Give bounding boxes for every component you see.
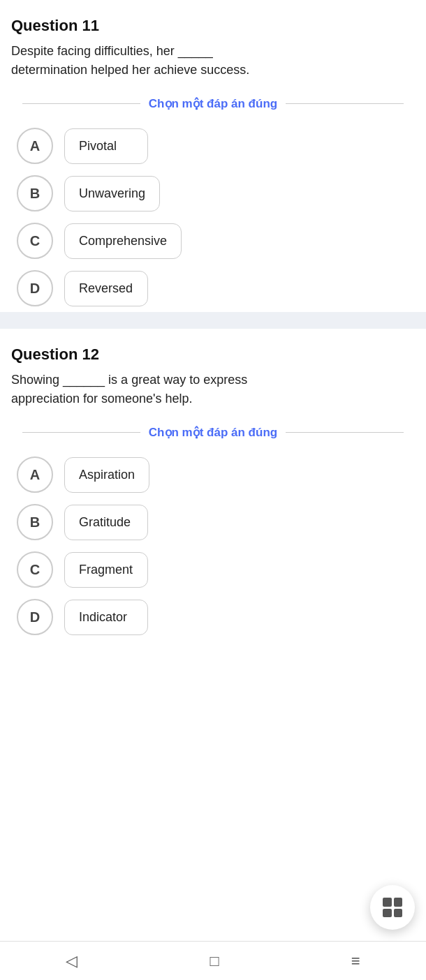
question-12-options: A Aspiration B Gratitude C Fragment D In… xyxy=(11,456,415,635)
option-11-a-label: Pivotal xyxy=(64,128,148,164)
option-11-d-label: Reversed xyxy=(64,271,148,306)
question-12-block: Question 12 Showing ______ is a great wa… xyxy=(0,329,426,641)
option-12-b[interactable]: B Gratitude xyxy=(17,504,409,540)
home-nav-button[interactable]: □ xyxy=(193,946,235,976)
option-12-d-circle: D xyxy=(17,599,53,635)
option-12-c-label: Fragment xyxy=(64,552,148,588)
question-12-title: Question 12 xyxy=(11,346,415,364)
question-12-choose-label: Chọn một đáp án đúng xyxy=(22,425,404,440)
option-11-a[interactable]: A Pivotal xyxy=(17,128,409,164)
question-11-options: A Pivotal B Unwavering C Comprehensive D… xyxy=(11,128,415,306)
option-12-b-label: Gratitude xyxy=(64,505,148,540)
bottom-spacer xyxy=(0,641,426,697)
fab-grid-button[interactable] xyxy=(370,885,415,930)
question-12-text: Showing ______ is a great way to express… xyxy=(11,371,415,408)
bottom-nav: ◁ □ ≡ xyxy=(0,941,426,980)
option-11-b-label: Unwavering xyxy=(64,176,160,211)
option-12-c-circle: C xyxy=(17,551,53,588)
question-11-text: Despite facing difficulties, her _____ d… xyxy=(11,42,415,80)
question-11-title: Question 11 xyxy=(11,17,415,35)
option-11-b[interactable]: B Unwavering xyxy=(17,175,409,211)
option-12-b-circle: B xyxy=(17,504,53,540)
option-11-a-circle: A xyxy=(17,128,53,164)
question-11-block: Question 11 Despite facing difficulties,… xyxy=(0,0,426,312)
option-12-d[interactable]: D Indicator xyxy=(17,599,409,635)
section-divider xyxy=(0,312,426,329)
option-11-d-circle: D xyxy=(17,270,53,306)
back-nav-button[interactable]: ◁ xyxy=(49,946,94,976)
grid-icon xyxy=(383,898,402,917)
option-11-b-circle: B xyxy=(17,175,53,211)
option-12-c[interactable]: C Fragment xyxy=(17,551,409,588)
menu-nav-button[interactable]: ≡ xyxy=(335,946,377,976)
option-12-a-circle: A xyxy=(17,456,53,493)
question-11-choose-label: Chọn một đáp án đúng xyxy=(22,96,404,111)
option-11-c-circle: C xyxy=(17,223,53,259)
option-12-a-label: Aspiration xyxy=(64,457,149,493)
option-11-c[interactable]: C Comprehensive xyxy=(17,223,409,259)
option-12-a[interactable]: A Aspiration xyxy=(17,456,409,493)
option-11-c-label: Comprehensive xyxy=(64,223,182,259)
option-11-d[interactable]: D Reversed xyxy=(17,270,409,306)
option-12-d-label: Indicator xyxy=(64,600,148,635)
